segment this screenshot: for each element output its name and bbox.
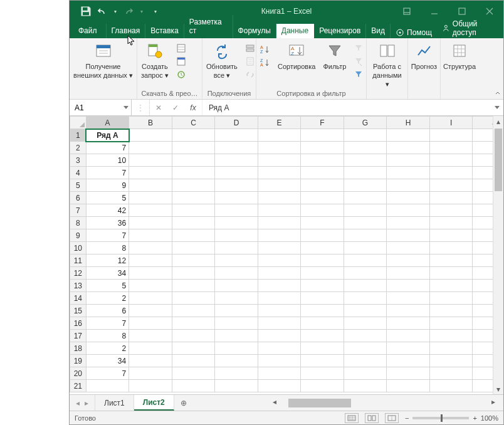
cell[interactable] — [172, 280, 215, 292]
cell[interactable] — [172, 192, 215, 204]
edit-links-icon[interactable] — [244, 68, 256, 81]
formula-input[interactable]: Ряд A — [202, 100, 503, 115]
refresh-all-button[interactable]: Обновить все ▾ — [202, 41, 241, 82]
cell[interactable] — [429, 317, 473, 330]
cell[interactable] — [387, 305, 430, 317]
cell[interactable] — [429, 129, 473, 142]
cell[interactable] — [429, 204, 473, 217]
cell[interactable] — [301, 267, 344, 280]
table-row[interactable]: 47 — [70, 167, 504, 179]
cell[interactable] — [129, 380, 172, 392]
cell[interactable]: 36 — [86, 217, 129, 229]
spreadsheet-grid[interactable]: A B C D E F G H I J 1Ряд A27310475965742… — [70, 116, 503, 394]
cell[interactable] — [301, 179, 344, 192]
cell[interactable]: 5 — [86, 192, 129, 204]
cell[interactable] — [344, 254, 387, 267]
cell[interactable] — [172, 229, 215, 242]
cell[interactable] — [301, 217, 344, 229]
cell[interactable] — [215, 330, 258, 342]
cell[interactable] — [172, 167, 215, 179]
reapply-icon[interactable] — [352, 55, 365, 68]
zoom-in-icon[interactable]: + — [473, 414, 476, 422]
cell[interactable] — [387, 167, 430, 179]
cell[interactable] — [387, 229, 430, 242]
table-row[interactable]: 1934 — [70, 355, 504, 367]
name-box[interactable]: A1 — [70, 100, 132, 115]
select-all-corner[interactable] — [70, 117, 87, 129]
cell[interactable] — [129, 167, 172, 179]
redo-icon[interactable] — [122, 5, 135, 18]
cell[interactable] — [429, 280, 473, 292]
table-row[interactable]: 156 — [70, 305, 504, 317]
cell[interactable] — [215, 192, 258, 204]
cell[interactable] — [387, 367, 430, 380]
cell[interactable] — [258, 242, 301, 254]
cell[interactable] — [344, 179, 387, 192]
hscroll-right-icon[interactable]: ▸ — [488, 397, 498, 406]
cell[interactable] — [301, 330, 344, 342]
cell[interactable]: 8 — [86, 330, 129, 342]
cell[interactable] — [129, 342, 172, 355]
cell[interactable] — [258, 154, 301, 167]
cell[interactable] — [129, 192, 172, 204]
table-row[interactable]: 65 — [70, 192, 504, 204]
cell[interactable] — [344, 242, 387, 254]
cell[interactable] — [172, 129, 215, 142]
cell[interactable] — [429, 154, 473, 167]
cell[interactable] — [387, 267, 430, 280]
table-row[interactable]: 742 — [70, 204, 504, 217]
cell[interactable] — [172, 317, 215, 330]
cell[interactable] — [344, 305, 387, 317]
cell[interactable]: 7 — [86, 317, 129, 330]
row-header[interactable]: 20 — [70, 367, 87, 380]
cell[interactable] — [301, 229, 344, 242]
col-header[interactable]: E — [258, 117, 301, 129]
cell[interactable] — [129, 355, 172, 367]
cell[interactable] — [215, 129, 258, 142]
row-header[interactable]: 15 — [70, 305, 87, 317]
row-header[interactable]: 2 — [70, 142, 87, 154]
tab-file[interactable]: Файл — [70, 24, 107, 38]
cell[interactable] — [172, 267, 215, 280]
cell[interactable] — [215, 342, 258, 355]
cell[interactable] — [215, 292, 258, 305]
tab-data[interactable]: Данные — [276, 24, 314, 38]
table-row[interactable]: 1Ряд A — [70, 129, 504, 142]
cell[interactable] — [258, 280, 301, 292]
cell[interactable]: 7 — [86, 229, 129, 242]
cell[interactable] — [172, 380, 215, 392]
cell[interactable] — [129, 280, 172, 292]
cell[interactable] — [344, 142, 387, 154]
cell[interactable]: 2 — [86, 342, 129, 355]
cell[interactable] — [387, 280, 430, 292]
cell[interactable] — [215, 355, 258, 367]
collapse-ribbon-icon[interactable] — [493, 89, 502, 98]
cell[interactable] — [344, 317, 387, 330]
cell[interactable]: 7 — [86, 142, 129, 154]
cell[interactable] — [258, 229, 301, 242]
row-header[interactable]: 13 — [70, 280, 87, 292]
get-external-data-button[interactable]: Получение внешних данных ▾ — [70, 41, 137, 80]
sort-button[interactable]: AZ Сортировка — [274, 41, 319, 82]
show-queries-icon[interactable] — [175, 42, 187, 55]
cell[interactable] — [429, 267, 473, 280]
col-header[interactable]: F — [301, 117, 344, 129]
cell[interactable] — [172, 217, 215, 229]
cell[interactable] — [129, 317, 172, 330]
cell[interactable] — [429, 192, 473, 204]
cell[interactable] — [301, 317, 344, 330]
sheet-next-icon[interactable]: ▸ — [85, 399, 88, 407]
cell[interactable] — [344, 267, 387, 280]
zoom-control[interactable]: − + 100% — [405, 414, 498, 422]
row-header[interactable]: 10 — [70, 242, 87, 254]
cell[interactable]: 7 — [86, 367, 129, 380]
cell[interactable] — [344, 129, 387, 142]
properties-icon[interactable] — [244, 55, 256, 68]
cell[interactable] — [129, 204, 172, 217]
cell[interactable] — [215, 167, 258, 179]
sheet-tab-1[interactable]: Лист1 — [95, 395, 134, 411]
table-row[interactable]: 135 — [70, 280, 504, 292]
cell[interactable] — [258, 217, 301, 229]
forecast-button[interactable]: Прогноз — [408, 41, 440, 71]
table-row[interactable]: 836 — [70, 217, 504, 229]
